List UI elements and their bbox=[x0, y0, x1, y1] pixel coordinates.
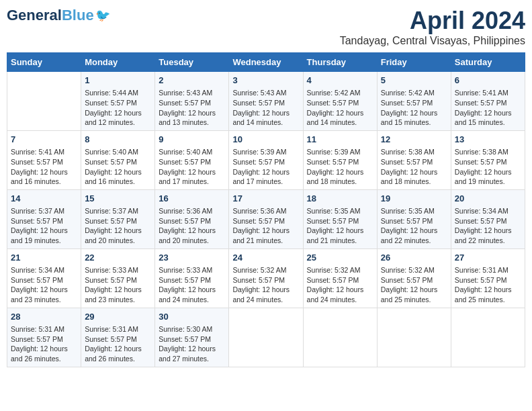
day-number: 29 bbox=[85, 311, 151, 323]
logo-blue-text: Blue bbox=[62, 7, 94, 24]
sunrise-text: Sunrise: 5:37 AM bbox=[11, 207, 64, 215]
daylight-text: Daylight: 12 hours and 24 minutes. bbox=[232, 285, 290, 304]
calendar-cell: 10Sunrise: 5:39 AMSunset: 5:57 PMDayligh… bbox=[229, 130, 303, 189]
day-number: 4 bbox=[307, 75, 373, 87]
calendar-table: SundayMondayTuesdayWednesdayThursdayFrid… bbox=[7, 52, 525, 367]
day-number: 13 bbox=[455, 134, 521, 146]
logo-general-text: General bbox=[7, 7, 62, 24]
day-number: 21 bbox=[11, 252, 77, 264]
sunrise-text: Sunrise: 5:42 AM bbox=[307, 89, 361, 97]
sunrise-text: Sunrise: 5:38 AM bbox=[381, 148, 435, 156]
calendar-cell bbox=[377, 308, 451, 367]
calendar-cell bbox=[451, 308, 525, 367]
calendar-cell: 22Sunrise: 5:33 AMSunset: 5:57 PMDayligh… bbox=[81, 248, 155, 308]
day-number: 5 bbox=[381, 75, 447, 87]
sunset-text: Sunset: 5:57 PM bbox=[11, 276, 63, 284]
day-number: 30 bbox=[159, 311, 225, 323]
calendar-cell bbox=[303, 308, 377, 367]
day-number: 18 bbox=[307, 193, 373, 205]
sunset-text: Sunset: 5:57 PM bbox=[455, 276, 507, 284]
calendar-week-5: 28Sunrise: 5:31 AMSunset: 5:57 PMDayligh… bbox=[7, 308, 525, 367]
day-number: 2 bbox=[159, 75, 225, 87]
calendar-week-3: 14Sunrise: 5:37 AMSunset: 5:57 PMDayligh… bbox=[7, 189, 525, 248]
calendar-cell: 27Sunrise: 5:31 AMSunset: 5:57 PMDayligh… bbox=[451, 248, 525, 308]
calendar-cell: 8Sunrise: 5:40 AMSunset: 5:57 PMDaylight… bbox=[81, 130, 155, 189]
calendar-cell: 26Sunrise: 5:32 AMSunset: 5:57 PMDayligh… bbox=[377, 248, 451, 308]
daylight-text: Daylight: 12 hours and 24 minutes. bbox=[159, 285, 216, 304]
daylight-text: Daylight: 12 hours and 15 minutes. bbox=[381, 109, 438, 127]
calendar-cell: 1Sunrise: 5:44 AMSunset: 5:57 PMDaylight… bbox=[81, 72, 155, 131]
day-number: 28 bbox=[11, 311, 77, 323]
day-number: 6 bbox=[455, 75, 521, 87]
calendar-cell: 29Sunrise: 5:31 AMSunset: 5:57 PMDayligh… bbox=[81, 308, 155, 367]
sunrise-text: Sunrise: 5:41 AM bbox=[11, 148, 64, 156]
daylight-text: Daylight: 12 hours and 14 minutes. bbox=[307, 109, 364, 127]
daylight-text: Daylight: 12 hours and 27 minutes. bbox=[159, 345, 216, 363]
daylight-text: Daylight: 12 hours and 16 minutes. bbox=[11, 168, 68, 186]
sunset-text: Sunset: 5:57 PM bbox=[85, 335, 137, 343]
sunset-text: Sunset: 5:57 PM bbox=[455, 158, 507, 166]
sunrise-text: Sunrise: 5:39 AM bbox=[307, 148, 361, 156]
calendar-cell: 14Sunrise: 5:37 AMSunset: 5:57 PMDayligh… bbox=[7, 189, 81, 248]
calendar-cell: 28Sunrise: 5:31 AMSunset: 5:57 PMDayligh… bbox=[7, 308, 81, 367]
calendar-cell: 24Sunrise: 5:32 AMSunset: 5:57 PMDayligh… bbox=[229, 248, 303, 308]
sunset-text: Sunset: 5:57 PM bbox=[232, 158, 285, 166]
daylight-text: Daylight: 12 hours and 26 minutes. bbox=[11, 345, 68, 363]
sunset-text: Sunset: 5:57 PM bbox=[307, 217, 359, 225]
daylight-text: Daylight: 12 hours and 18 minutes. bbox=[381, 168, 438, 186]
day-number: 26 bbox=[381, 252, 447, 264]
header-cell-friday: Friday bbox=[377, 53, 451, 72]
calendar-cell: 7Sunrise: 5:41 AMSunset: 5:57 PMDaylight… bbox=[7, 130, 81, 189]
sunrise-text: Sunrise: 5:33 AM bbox=[85, 266, 138, 274]
sunrise-text: Sunrise: 5:41 AM bbox=[455, 89, 508, 97]
daylight-text: Daylight: 12 hours and 22 minutes. bbox=[381, 226, 438, 244]
sunset-text: Sunset: 5:57 PM bbox=[159, 335, 211, 343]
daylight-text: Daylight: 12 hours and 17 minutes. bbox=[232, 168, 290, 186]
day-number: 12 bbox=[381, 134, 447, 146]
daylight-text: Daylight: 12 hours and 25 minutes. bbox=[381, 285, 438, 304]
sunset-text: Sunset: 5:57 PM bbox=[159, 158, 211, 166]
daylight-text: Daylight: 12 hours and 26 minutes. bbox=[85, 345, 142, 363]
calendar-week-2: 7Sunrise: 5:41 AMSunset: 5:57 PMDaylight… bbox=[7, 130, 525, 189]
sunrise-text: Sunrise: 5:32 AM bbox=[381, 266, 435, 274]
calendar-cell: 6Sunrise: 5:41 AMSunset: 5:57 PMDaylight… bbox=[451, 72, 525, 131]
sunrise-text: Sunrise: 5:40 AM bbox=[85, 148, 138, 156]
sunrise-text: Sunrise: 5:32 AM bbox=[307, 266, 361, 274]
day-number: 27 bbox=[455, 252, 521, 264]
sunset-text: Sunset: 5:57 PM bbox=[85, 276, 137, 284]
calendar-cell: 13Sunrise: 5:38 AMSunset: 5:57 PMDayligh… bbox=[451, 130, 525, 189]
calendar-cell bbox=[7, 72, 81, 131]
sunrise-text: Sunrise: 5:31 AM bbox=[455, 266, 508, 274]
daylight-text: Daylight: 12 hours and 17 minutes. bbox=[159, 168, 216, 186]
sunset-text: Sunset: 5:57 PM bbox=[85, 158, 137, 166]
day-number: 7 bbox=[11, 134, 77, 146]
day-number: 24 bbox=[232, 252, 299, 264]
calendar-cell: 15Sunrise: 5:37 AMSunset: 5:57 PMDayligh… bbox=[81, 189, 155, 248]
daylight-text: Daylight: 12 hours and 22 minutes. bbox=[455, 226, 512, 244]
sunrise-text: Sunrise: 5:31 AM bbox=[85, 325, 138, 333]
header-cell-sunday: Sunday bbox=[7, 53, 81, 72]
calendar-cell: 25Sunrise: 5:32 AMSunset: 5:57 PMDayligh… bbox=[303, 248, 377, 308]
day-number: 25 bbox=[307, 252, 373, 264]
day-number: 23 bbox=[159, 252, 225, 264]
calendar-cell: 4Sunrise: 5:42 AMSunset: 5:57 PMDaylight… bbox=[303, 72, 377, 131]
daylight-text: Daylight: 12 hours and 21 minutes. bbox=[232, 226, 290, 244]
daylight-text: Daylight: 12 hours and 15 minutes. bbox=[455, 109, 512, 127]
sunset-text: Sunset: 5:57 PM bbox=[455, 217, 507, 225]
sunset-text: Sunset: 5:57 PM bbox=[85, 99, 137, 107]
calendar-cell: 16Sunrise: 5:36 AMSunset: 5:57 PMDayligh… bbox=[155, 189, 229, 248]
sunrise-text: Sunrise: 5:37 AM bbox=[85, 207, 138, 215]
sunrise-text: Sunrise: 5:36 AM bbox=[159, 207, 212, 215]
sunrise-text: Sunrise: 5:40 AM bbox=[159, 148, 212, 156]
sunrise-text: Sunrise: 5:33 AM bbox=[159, 266, 212, 274]
bird-icon: 🐦 bbox=[95, 8, 110, 23]
calendar-cell: 21Sunrise: 5:34 AMSunset: 5:57 PMDayligh… bbox=[7, 248, 81, 308]
calendar-week-4: 21Sunrise: 5:34 AMSunset: 5:57 PMDayligh… bbox=[7, 248, 525, 308]
sunset-text: Sunset: 5:57 PM bbox=[232, 99, 285, 107]
day-number: 22 bbox=[85, 252, 151, 264]
day-number: 9 bbox=[159, 134, 225, 146]
daylight-text: Daylight: 12 hours and 24 minutes. bbox=[307, 285, 364, 304]
sunset-text: Sunset: 5:57 PM bbox=[455, 99, 507, 107]
sunset-text: Sunset: 5:57 PM bbox=[232, 217, 285, 225]
sunset-text: Sunset: 5:57 PM bbox=[381, 276, 433, 284]
